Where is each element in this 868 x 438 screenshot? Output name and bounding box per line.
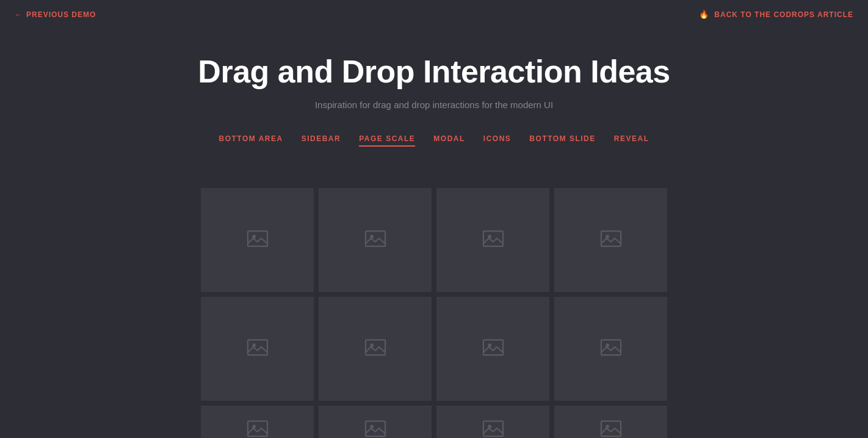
grid-item[interactable] (319, 406, 432, 438)
svg-rect-14 (601, 340, 620, 355)
tab-bottom-area[interactable]: BOTTOM AREA (219, 134, 283, 145)
grid-item[interactable] (554, 406, 667, 438)
grid-item[interactable] (436, 188, 549, 292)
codrops-link[interactable]: 🔥 BACK TO THE CODROPS ARTICLE (699, 10, 853, 19)
grid-item[interactable] (201, 188, 314, 292)
grid-item[interactable] (436, 297, 549, 401)
grid-item[interactable] (201, 297, 314, 401)
grid-item[interactable] (554, 188, 667, 292)
image-placeholder-icon (481, 337, 505, 361)
svg-rect-16 (247, 421, 267, 436)
back-link-text: BACK TO THE CODROPS ARTICLE (714, 10, 853, 19)
tab-bottom-slide[interactable]: BOTTOM SLIDE (529, 134, 595, 145)
svg-rect-8 (247, 340, 267, 355)
image-placeholder-icon (599, 228, 623, 252)
svg-rect-2 (365, 231, 385, 246)
image-placeholder-icon (363, 228, 388, 252)
image-placeholder-icon (481, 418, 505, 439)
svg-rect-0 (247, 231, 267, 246)
prev-demo-text: PREVIOUS DEMO (26, 10, 96, 19)
tab-navigation: BOTTOM AREA SIDEBAR PAGE SCALE MODAL ICO… (12, 128, 856, 158)
image-placeholder-icon (363, 337, 388, 361)
image-placeholder-icon (245, 228, 270, 252)
tab-page-scale[interactable]: PAGE SCALE (359, 134, 415, 145)
image-placeholder-icon (599, 337, 623, 361)
hero-section: Drag and Drop Interaction Ideas Inspirat… (0, 29, 868, 170)
svg-rect-12 (483, 340, 502, 355)
svg-rect-6 (601, 231, 620, 246)
grid-item[interactable] (554, 297, 667, 401)
svg-rect-4 (483, 231, 502, 246)
svg-rect-18 (365, 421, 385, 436)
grid-item[interactable] (201, 406, 314, 438)
tab-sidebar[interactable]: SIDEBAR (302, 134, 341, 145)
grid-item[interactable] (319, 297, 432, 401)
svg-rect-22 (601, 421, 620, 436)
image-placeholder-icon (363, 418, 388, 439)
arrow-left-icon: ← (15, 10, 23, 19)
tab-reveal[interactable]: REVEAL (614, 134, 649, 145)
prev-demo-link[interactable]: ← PREVIOUS DEMO (15, 10, 96, 19)
grid-item[interactable] (319, 188, 432, 292)
svg-rect-10 (365, 340, 385, 355)
page-subtitle: Inspiration for drag and drop interactio… (12, 100, 856, 110)
image-grid (0, 176, 868, 438)
droplet-icon: 🔥 (699, 10, 709, 19)
tab-modal[interactable]: MODAL (433, 134, 465, 145)
svg-rect-20 (483, 421, 502, 436)
tab-icons[interactable]: ICONS (483, 134, 512, 145)
image-placeholder-icon (245, 418, 270, 439)
image-placeholder-icon (481, 228, 505, 252)
page-title: Drag and Drop Interaction Ideas (12, 53, 856, 90)
grid-item[interactable] (436, 406, 549, 438)
top-navigation: ← PREVIOUS DEMO 🔥 BACK TO THE CODROPS AR… (0, 0, 868, 29)
image-placeholder-icon (245, 337, 270, 361)
image-placeholder-icon (599, 418, 623, 439)
